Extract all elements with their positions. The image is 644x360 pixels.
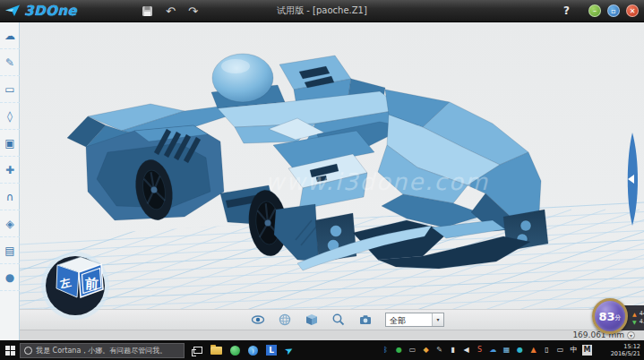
l-app-icon[interactable]: L xyxy=(266,345,277,356)
sidebar-item-cloud-resources[interactable]: ☁ xyxy=(0,22,20,49)
display-filter-value: 全部 xyxy=(386,313,432,326)
cloud-icon: ☁ xyxy=(4,30,15,42)
tray-chat-icon[interactable]: ▭ xyxy=(555,345,565,356)
front-wheel xyxy=(245,188,290,258)
tray-alert-icon[interactable]: ▲ xyxy=(528,345,538,356)
viewport-3d[interactable]: 全部 ▾ 169.061 mm ▾ xyxy=(20,22,644,340)
measure-toggle-icon[interactable]: ▾ xyxy=(627,331,635,339)
browser-app-icon[interactable] xyxy=(230,346,240,356)
minimize-button[interactable]: – xyxy=(588,4,601,17)
tray-security-icon[interactable]: ◆ xyxy=(421,345,431,356)
tray-photo-icon[interactable]: ▦ xyxy=(502,345,511,356)
rear-wheel xyxy=(131,157,176,223)
sidebar-item-eraser[interactable]: ◊ xyxy=(0,103,20,130)
material-icon: ▤ xyxy=(4,244,14,257)
chevron-down-icon[interactable]: ▾ xyxy=(432,313,443,326)
wireless-app-icon[interactable]: ) xyxy=(248,346,258,356)
pencil-icon: ✎ xyxy=(5,56,14,69)
help-button[interactable]: ? xyxy=(563,4,570,17)
tray-green-ball-icon[interactable]: ● xyxy=(394,345,404,356)
view-toolbar: 全部 ▾ xyxy=(20,309,644,330)
performance-score-unit: 分 xyxy=(615,313,622,322)
car-model[interactable] xyxy=(67,54,548,270)
sidebar-item-transform[interactable]: ✚ xyxy=(0,157,20,184)
restore-button[interactable]: ▫ xyxy=(607,4,620,17)
tool-sidebar: ☁ ✎ ▭ ◊ ▣ ✚ ∩ ◈ ▤ ● xyxy=(0,22,20,340)
download-speed: 4.3K/s xyxy=(640,319,644,325)
tray-cloud-icon[interactable]: ☁ xyxy=(488,345,498,356)
upload-speed: 44.0K/s xyxy=(640,311,644,317)
clock-time: 15:12 xyxy=(597,343,640,350)
plane-icon: ▭ xyxy=(4,83,14,96)
download-arrow-icon: ▼ xyxy=(632,319,637,325)
tray-globe-icon[interactable]: ● xyxy=(515,345,525,356)
sidebar-item-special-shape[interactable]: ◈ xyxy=(0,210,20,237)
shaded-cube-icon[interactable] xyxy=(305,313,319,327)
start-button[interactable] xyxy=(0,340,20,360)
file-explorer-icon[interactable] xyxy=(210,347,222,355)
wireframe-sphere-icon[interactable] xyxy=(278,313,292,327)
sidebar-item-primitives[interactable]: ▣ xyxy=(0,130,20,157)
tray-document-icon[interactable]: ▯ xyxy=(542,345,552,356)
3done-app-icon[interactable]: ➤ xyxy=(282,343,295,357)
upload-arrow-icon: ▲ xyxy=(632,311,637,317)
performance-score-ball[interactable]: 83 分 xyxy=(592,298,628,334)
taskbar-clock[interactable]: 15:12 2016/5/21 xyxy=(597,343,640,357)
cortana-search-box[interactable]: 我是 Cortana，小娜。有问题尽管问我。 xyxy=(20,343,185,358)
cortana-icon xyxy=(24,347,32,355)
upload-speed-row: ▲ 44.0K/s xyxy=(632,311,644,317)
tray-pen-icon[interactable]: ✎ xyxy=(434,345,444,356)
taskbar-apps: ) L ➤ xyxy=(193,345,293,356)
nav-cube-front-label[interactable]: 前 xyxy=(84,276,99,293)
cortana-prompt: 我是 Cortana，小娜。有问题尽管问我。 xyxy=(36,346,167,356)
watermark-text: www.i3done.com xyxy=(265,168,489,195)
download-speed-row: ▼ 4.3K/s xyxy=(632,319,644,325)
tray-display-icon[interactable]: ▭ xyxy=(408,345,417,356)
sidebar-item-sketch-plane[interactable]: ▭ xyxy=(0,76,20,103)
tray-sogou-icon[interactable]: S xyxy=(475,345,485,356)
window-title: 试用版 - [paoche.Z1] xyxy=(0,4,644,17)
tray-ime-indicator[interactable]: 中 xyxy=(569,345,579,356)
magnet-icon: ∩ xyxy=(6,191,14,203)
status-strip xyxy=(20,330,644,340)
sphere-icon: ● xyxy=(5,271,14,284)
camera-icon[interactable] xyxy=(358,313,373,327)
sidebar-item-sketch[interactable]: ✎ xyxy=(0,49,20,76)
tray-battery-icon[interactable]: ▮ xyxy=(448,345,458,356)
task-view-icon[interactable] xyxy=(193,347,202,354)
performance-score: 83 xyxy=(598,310,614,323)
move-icon: ✚ xyxy=(5,164,14,176)
scene-canvas: www.i3done.com 前 左 xyxy=(20,22,644,340)
windows-logo-icon xyxy=(5,346,15,356)
titlebar: 3DOne ↶ ↷ 试用版 - [paoche.Z1] ? – ▫ ✕ xyxy=(0,0,644,22)
window-controls: ? – ▫ ✕ xyxy=(563,4,639,17)
surface-icon: ◈ xyxy=(5,218,13,230)
panel-handle[interactable] xyxy=(628,133,638,226)
system-tray: ᛒ ● ▭ ◆ ✎ ▮ ◀ S ☁ ▦ ● ▲ ▯ ▭ 中 M xyxy=(381,345,592,356)
windows-taskbar: 我是 Cortana，小娜。有问题尽管问我。 ) L ➤ ᛒ ● ▭ ◆ ✎ ▮… xyxy=(0,340,644,360)
cube-icon: ▣ xyxy=(4,137,14,150)
zoom-magnifier-icon[interactable] xyxy=(331,313,346,327)
sidebar-item-render[interactable]: ● xyxy=(0,264,20,291)
nav-cube-left-label[interactable]: 左 xyxy=(58,276,73,291)
tray-volume-icon[interactable]: ◀ xyxy=(461,345,471,356)
close-button[interactable]: ✕ xyxy=(626,4,639,17)
eraser-icon: ◊ xyxy=(7,110,13,123)
clock-date: 2016/5/21 xyxy=(597,350,640,357)
sidebar-item-material[interactable]: ▤ xyxy=(0,237,20,264)
tray-m-icon[interactable]: M xyxy=(582,345,592,356)
display-filter-dropdown[interactable]: 全部 ▾ xyxy=(385,313,444,327)
tray-bluetooth-icon[interactable]: ᛒ xyxy=(381,345,391,356)
3done-window: 3DOne ↶ ↷ 试用版 - [paoche.Z1] ? – ▫ ✕ ☁ ✎ … xyxy=(0,0,644,360)
sidebar-item-snap[interactable]: ∩ xyxy=(0,184,20,210)
visibility-eye-icon[interactable] xyxy=(251,313,265,327)
